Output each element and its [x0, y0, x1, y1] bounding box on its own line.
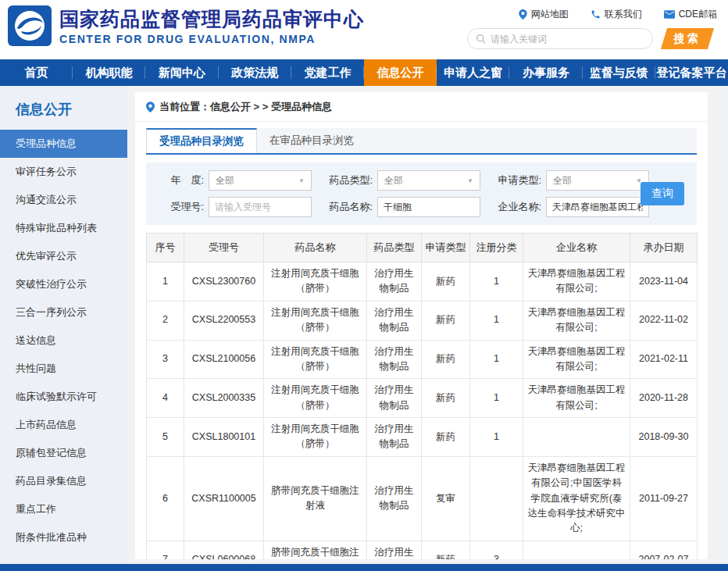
filter-label: 药品名称: [323, 200, 373, 214]
sidebar-item[interactable]: 附条件批准品种 [0, 523, 127, 551]
header-link[interactable]: CDE邮箱 [664, 8, 717, 21]
table-cell [523, 418, 630, 457]
mail-icon [664, 10, 675, 19]
sidebar-item[interactable]: 临床试验默示许可 [0, 383, 127, 411]
nav-item[interactable]: 机构职能 [73, 59, 145, 86]
nav-item[interactable]: 信息公开 [364, 59, 437, 86]
table-cell: 天津昂赛细胞基因工程有限公司; [523, 301, 630, 340]
year-select[interactable]: 全部▼ [209, 170, 312, 191]
column-header: 注册分类 [470, 234, 523, 262]
search-input[interactable] [491, 34, 644, 45]
footer-bar [0, 564, 728, 571]
table-cell: 注射用间充质干细胞（脐带） [264, 301, 367, 340]
column-header: 企业名称 [523, 234, 630, 262]
nav-item[interactable]: 办事服务 [509, 59, 582, 86]
table-cell: 3 [147, 340, 184, 379]
table-cell: 3 [470, 541, 523, 559]
drug-type-select[interactable]: 全部▼ [377, 170, 480, 191]
column-header: 受理号 [184, 234, 264, 262]
table-body: 1CXSL2300760注射用间充质干细胞（脐带）治疗用生物制品新药1天津昂赛细… [147, 262, 698, 560]
table-cell: 注射用间充质干细胞（脐带） [264, 418, 367, 457]
sidebar-item[interactable]: 重点工作 [0, 495, 127, 523]
location-pin-icon [146, 102, 155, 112]
table-cell: 新药 [422, 379, 470, 418]
header-link-label: CDE邮箱 [679, 8, 717, 21]
table-cell: 4 [147, 379, 184, 418]
sidebar-item[interactable]: 沟通交流公示 [0, 186, 127, 214]
results-table-wrap: 序号受理号药品名称药品类型申请类型注册分类企业名称承办日期 1CXSL23007… [146, 233, 697, 559]
select-value: 全部 [553, 174, 572, 187]
accept-no-input[interactable] [209, 197, 312, 217]
filter-panel: 年 度:全部▼药品类型:全部▼申请类型:全部▼ 受理号:药品名称:企业名称: 查… [146, 162, 697, 225]
site-header: 国家药品监督管理局药品审评中心 CENTER FOR DRUG EVALUATI… [0, 0, 728, 59]
year-select-group: 年 度:全部▼ [154, 170, 312, 191]
filter-row-2: 受理号:药品名称:企业名称: [154, 197, 637, 217]
breadcrumb-text: 当前位置：信息公开 > > 受理品种信息 [159, 100, 332, 114]
map-pin-icon [519, 9, 527, 20]
table-cell: 2 [147, 301, 184, 340]
table-cell: 新药 [422, 301, 470, 340]
header-link[interactable]: 联系我们 [591, 8, 642, 21]
search-row: 搜索 [467, 28, 717, 49]
sidebar-item[interactable]: 上市药品信息 [0, 411, 127, 439]
table-header-row: 序号受理号药品名称药品类型申请类型注册分类企业名称承办日期 [147, 234, 698, 262]
table-cell [470, 456, 523, 541]
filter-label: 企业名称: [491, 200, 541, 214]
table-cell: CXSL0600068 [184, 541, 264, 559]
search-box [467, 28, 653, 49]
table-row: 6CXSR1100005脐带间充质干细胞注射液治疗用生物制品复审天津昂赛细胞基因… [147, 456, 698, 541]
sidebar-item[interactable]: 审评任务公示 [0, 158, 127, 186]
table-row: 5CXSL1800101注射用间充质干细胞（脐带）治疗用生物制品新药12018-… [147, 418, 698, 457]
column-header: 药品名称 [264, 234, 367, 262]
table-cell: 治疗用生物制品 [367, 541, 422, 559]
table-cell: 7 [147, 541, 184, 559]
nav-item[interactable]: 新闻中心 [145, 59, 218, 86]
table-cell: 注射用间充质干细胞（脐带） [264, 379, 367, 418]
sidebar-item[interactable]: 药品目录集信息 [0, 467, 127, 495]
table-cell: CXSL1800101 [184, 418, 264, 457]
sidebar-item[interactable]: 共性问题 [0, 355, 127, 383]
sidebar-item[interactable]: 特殊审批品种列表 [0, 214, 127, 242]
table-row: 7CXSL0600068脐带间充质干细胞注射液治疗用生物制品新药32007-02… [147, 541, 698, 559]
nav-item[interactable]: 政策法规 [219, 59, 291, 86]
tab[interactable]: 在审品种目录浏览 [257, 128, 366, 153]
apply-type-select-group: 申请类型:全部▼ [491, 170, 649, 191]
nav-item[interactable]: 首页 [0, 59, 73, 86]
company-name-input[interactable] [546, 197, 649, 217]
column-header: 序号 [147, 234, 184, 262]
tab[interactable]: 受理品种目录浏览 [146, 128, 257, 153]
table-cell: 6 [147, 456, 184, 541]
filter-label: 药品类型: [323, 173, 373, 187]
results-table: 序号受理号药品名称药品类型申请类型注册分类企业名称承办日期 1CXSL23007… [146, 233, 698, 559]
table-cell: 天津昂赛细胞基因工程有限公司;中国医学科学院血液学研究所(泰达生命科学技术研究中… [523, 456, 630, 541]
header-link[interactable]: 网站地图 [519, 8, 569, 21]
table-cell: 注射用间充质干细胞（脐带） [264, 340, 367, 379]
nav-item[interactable]: 申请人之窗 [437, 59, 509, 86]
table-cell: 1 [470, 301, 523, 340]
nav-item[interactable]: 党建工作 [291, 59, 364, 86]
sidebar-item[interactable]: 突破性治疗公示 [0, 270, 127, 298]
table-cell: 2011-09-27 [630, 456, 698, 541]
nav-item[interactable]: 登记备案平台 [655, 59, 728, 86]
table-cell: 2020-11-28 [630, 379, 698, 418]
search-button[interactable]: 搜索 [661, 28, 714, 49]
header-right: 网站地图联系我们CDE邮箱 搜索 [467, 5, 717, 49]
sidebar-item[interactable]: 受理品种信息 [0, 130, 127, 158]
apply-type-select[interactable]: 全部▼ [546, 170, 649, 191]
table-cell: 治疗用生物制品 [367, 456, 422, 541]
site-subtitle: CENTER FOR DRUG EVALUATION, NMPA [59, 33, 364, 45]
sidebar-item[interactable]: 三合一序列公示 [0, 298, 127, 327]
main-nav: 首页机构职能新闻中心政策法规党建工作信息公开申请人之窗办事服务监督与反馈登记备案… [0, 59, 728, 86]
table-row: 4CXSL2000335注射用间充质干细胞（脐带）治疗用生物制品新药1天津昂赛细… [147, 379, 698, 418]
sidebar-title: 信息公开 [0, 86, 127, 130]
table-row: 3CXSL2100056注射用间充质干细胞（脐带）治疗用生物制品新药1天津昂赛细… [147, 340, 698, 379]
query-button[interactable]: 查询 [641, 182, 684, 205]
sidebar-item[interactable]: 送达信息 [0, 327, 127, 355]
sidebar-item[interactable]: 原辅包登记信息 [0, 439, 127, 467]
chevron-down-icon: ▼ [298, 177, 305, 184]
drug-name-input[interactable] [377, 197, 480, 217]
company-name-input-group: 企业名称: [491, 197, 649, 217]
sidebar-item[interactable]: 优先审评公示 [0, 242, 127, 270]
filter-label: 申请类型: [491, 173, 541, 187]
nav-item[interactable]: 监督与反馈 [583, 59, 655, 86]
